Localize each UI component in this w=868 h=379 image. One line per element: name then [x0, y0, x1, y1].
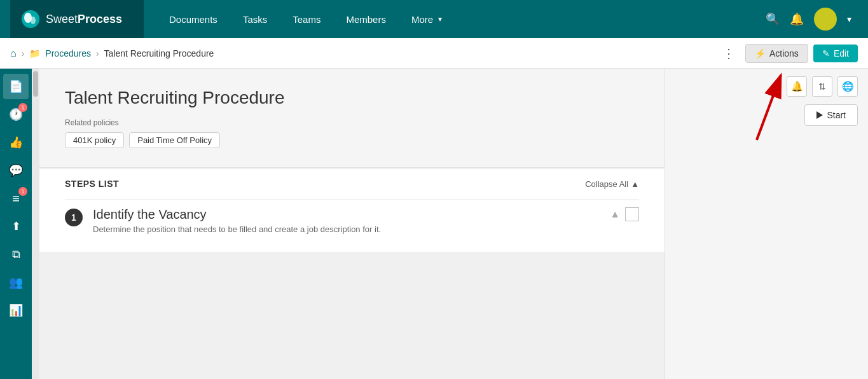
procedure-header: Talent Recruiting Procedure Related poli… — [39, 69, 665, 168]
more-arrow-icon: ▾ — [438, 15, 442, 24]
related-policies-label: Related policies — [65, 118, 639, 127]
sidebar-item-chart[interactable]: 📊 — [3, 298, 29, 323]
steps-header: STEPS LIST Collapse All ▲ — [65, 179, 639, 189]
sliders-icon: ⇅ — [818, 81, 826, 92]
documents-icon: 📄 — [9, 79, 23, 93]
sidebar-item-chat[interactable]: 💬 — [3, 158, 29, 183]
start-button[interactable]: Start — [804, 104, 858, 126]
step-description-1: Determine the position that needs to be … — [93, 224, 600, 234]
nav-link-tasks[interactable]: Tasks — [230, 0, 280, 38]
nav-link-members[interactable]: Members — [333, 0, 399, 38]
sliders-button[interactable]: ⇅ — [812, 76, 832, 97]
nav-link-documents[interactable]: Documents — [156, 0, 230, 38]
collapse-arrow-icon: ▲ — [631, 179, 639, 189]
sidebar-item-documents[interactable]: 📄 — [3, 74, 29, 99]
sidebar-item-thumbsup[interactable]: 👍 — [3, 130, 29, 155]
step-name-1: Identify the Vacancy — [93, 207, 600, 222]
breadcrumb: ⌂ › 📁 Procedures › Talent Recruiting Pro… — [10, 48, 717, 59]
breadcrumb-current-page: Talent Recruiting Procedure — [104, 48, 214, 59]
collapse-all-button[interactable]: Collapse All ▲ — [585, 179, 639, 189]
globe-button[interactable]: 🌐 — [837, 76, 858, 97]
breadcrumb-procedures-link[interactable]: Procedures — [45, 48, 91, 59]
sidebar-item-list[interactable]: ≡ 1 — [3, 186, 29, 211]
svg-point-2 — [31, 17, 36, 24]
right-panel: 🔔 ⇅ 🌐 Start — [665, 69, 868, 379]
clock-badge: 1 — [18, 103, 27, 112]
notification-bell-icon[interactable]: 🔔 — [790, 12, 804, 26]
main-content: Talent Recruiting Procedure Related poli… — [39, 69, 665, 379]
vertical-scrollbar[interactable] — [32, 69, 39, 379]
step-content-1: Identify the Vacancy Determine the posit… — [93, 207, 600, 234]
dropdown-arrow-icon[interactable]: ▾ — [847, 14, 851, 24]
nav-right: 🔍 🔔 ▾ — [766, 8, 858, 31]
bolt-icon: ⚡ — [755, 48, 766, 59]
nav-link-more[interactable]: More ▾ — [399, 0, 455, 38]
sidebar-item-upload[interactable]: ⬆ — [3, 214, 29, 239]
play-icon — [816, 111, 823, 119]
chat-icon: 💬 — [9, 163, 23, 177]
content-area: Talent Recruiting Procedure Related poli… — [39, 69, 868, 379]
nav-link-teams[interactable]: Teams — [280, 0, 333, 38]
table-row: 1 Identify the Vacancy Determine the pos… — [65, 199, 639, 242]
upload-icon: ⬆ — [11, 219, 21, 233]
sidebar: 📄 🕐 1 👍 💬 ≡ 1 ⬆ ⧉ 👥 — [0, 69, 32, 379]
home-icon[interactable]: ⌂ — [10, 48, 17, 59]
breadcrumb-bar: ⌂ › 📁 Procedures › Talent Recruiting Pro… — [0, 38, 868, 69]
edit-icon: ✎ — [822, 48, 830, 59]
logo-text: SweetProcess — [46, 13, 122, 26]
main-layout: 📄 🕐 1 👍 💬 ≡ 1 ⬆ ⧉ 👥 — [0, 69, 868, 379]
globe-icon: 🌐 — [842, 81, 854, 92]
avatar[interactable] — [814, 8, 837, 31]
policy-tag-pto[interactable]: Paid Time Off Policy — [129, 132, 220, 148]
breadcrumb-sep-1: › — [22, 48, 25, 59]
sweetprocess-logo-icon — [20, 9, 41, 29]
three-dots-menu[interactable]: ⋮ — [717, 43, 740, 64]
policy-tag-401k[interactable]: 401K policy — [65, 132, 124, 148]
bell-icon: 🔔 — [791, 81, 803, 92]
sidebar-item-users[interactable]: 👥 — [3, 270, 29, 295]
steps-list-title: STEPS LIST — [65, 179, 119, 189]
logo-area[interactable]: SweetProcess — [10, 0, 144, 38]
step-number-1: 1 — [65, 209, 83, 226]
copy-icon: ⧉ — [12, 248, 20, 261]
chart-icon: 📊 — [9, 303, 23, 317]
sidebar-item-copy[interactable]: ⧉ — [3, 242, 29, 267]
list-badge: 1 — [18, 187, 27, 196]
scroll-thumb — [33, 71, 38, 97]
thumbsup-icon: 👍 — [9, 135, 23, 149]
top-navigation: SweetProcess Documents Tasks Teams Membe… — [0, 0, 868, 38]
edit-button[interactable]: ✎ Edit — [813, 45, 858, 62]
step-checkbox-1[interactable] — [625, 207, 639, 221]
procedure-title: Talent Recruiting Procedure — [65, 88, 639, 108]
bell-button[interactable]: 🔔 — [787, 76, 807, 97]
actions-button[interactable]: ⚡ Actions — [745, 44, 808, 63]
nav-links: Documents Tasks Teams Members More ▾ — [156, 0, 766, 38]
users-icon: 👥 — [9, 275, 23, 289]
sidebar-item-clock[interactable]: 🕐 1 — [3, 102, 29, 127]
step-controls-1: ▲ — [610, 207, 639, 221]
breadcrumb-sep-2: › — [96, 48, 99, 59]
policy-tags: 401K policy Paid Time Off Policy — [65, 132, 639, 148]
procedures-folder-icon: 📁 — [29, 48, 40, 59]
step-up-arrow-icon[interactable]: ▲ — [610, 209, 620, 220]
steps-section: STEPS LIST Collapse All ▲ 1 Identify the… — [39, 168, 665, 252]
page-wrapper: SweetProcess Documents Tasks Teams Membe… — [0, 0, 868, 379]
search-icon[interactable]: 🔍 — [766, 12, 780, 26]
right-panel-icons: 🔔 ⇅ 🌐 — [787, 76, 858, 97]
breadcrumb-actions: ⋮ ⚡ Actions ✎ Edit — [717, 43, 858, 64]
